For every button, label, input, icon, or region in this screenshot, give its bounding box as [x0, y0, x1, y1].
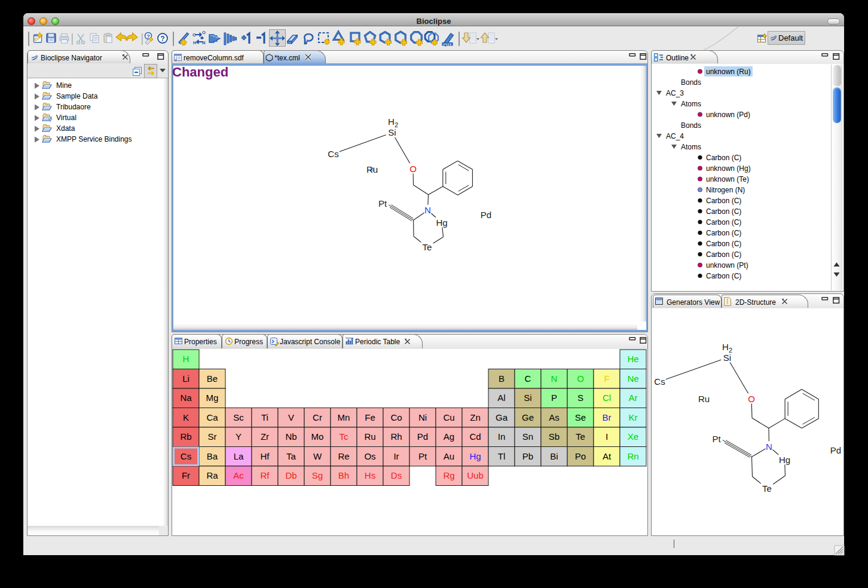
- svg-text:Ru: Ru: [698, 394, 710, 404]
- svg-text:N: N: [766, 442, 772, 452]
- svg-text:Hg: Hg: [779, 455, 790, 465]
- svg-text:Si: Si: [723, 353, 731, 363]
- svg-text:Te: Te: [762, 483, 772, 494]
- svg-text:Pd: Pd: [830, 445, 841, 455]
- svg-text:H: H: [722, 342, 729, 352]
- svg-text:Pt: Pt: [712, 434, 721, 444]
- svg-text:O: O: [748, 394, 755, 404]
- svg-text:2: 2: [729, 347, 732, 354]
- svg-text:Cs: Cs: [654, 376, 665, 387]
